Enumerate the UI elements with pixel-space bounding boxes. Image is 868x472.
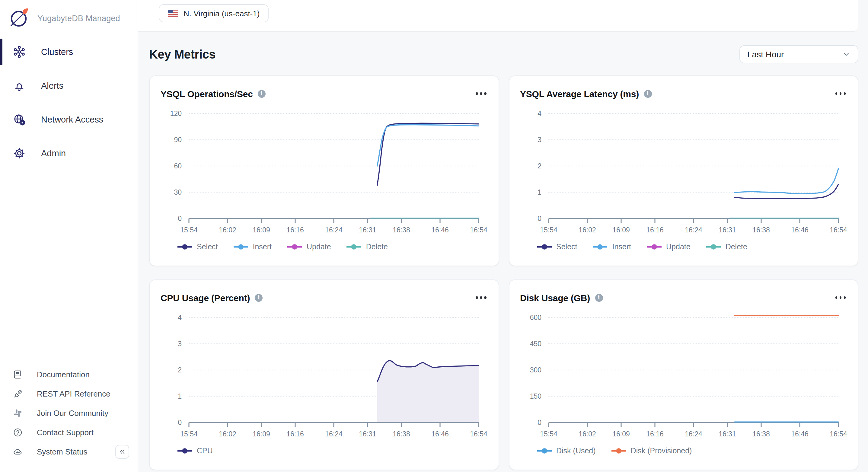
svg-text:4: 4 xyxy=(178,314,182,321)
svg-text:300: 300 xyxy=(530,366,541,374)
svg-text:30: 30 xyxy=(174,188,182,196)
legend-item-select[interactable]: Select xyxy=(537,243,577,251)
chart-plot-cpu-usage[interactable]: 0123415:5416:0216:0916:1616:2416:3116:38… xyxy=(161,309,488,441)
legend-item-insert[interactable]: Insert xyxy=(234,243,272,251)
svg-text:16:09: 16:09 xyxy=(253,430,270,438)
sidebar-item-admin[interactable]: Admin xyxy=(0,140,137,166)
legend-label: Select xyxy=(556,243,577,251)
region-selector[interactable]: N. Virginia (us-east-1) xyxy=(159,4,269,22)
svg-text:16:31: 16:31 xyxy=(718,430,736,438)
sidebar-item-clusters[interactable]: Clusters xyxy=(0,39,137,65)
rest-api-plug-icon xyxy=(13,388,23,399)
svg-text:15:54: 15:54 xyxy=(539,226,557,234)
svg-text:16:24: 16:24 xyxy=(684,430,702,438)
footer-link-contact-support[interactable]: Contact Support xyxy=(0,422,137,442)
legend-item-insert[interactable]: Insert xyxy=(593,243,631,251)
chart-card-disk-usage: Disk Usage (GB)i015030045060015:5416:021… xyxy=(508,279,858,470)
chart-plot-ysql-latency[interactable]: 0123415:5416:0216:0916:1616:2416:3116:38… xyxy=(520,105,848,237)
chart-options-ellipsis-button[interactable] xyxy=(834,89,847,98)
svg-text:16:31: 16:31 xyxy=(359,430,376,438)
footer-link-join-our-community[interactable]: Join Our Community xyxy=(0,403,137,422)
footer-link-label: Contact Support xyxy=(37,428,94,437)
chart-options-ellipsis-button[interactable] xyxy=(474,89,488,98)
svg-text:16:38: 16:38 xyxy=(752,226,770,234)
legend-swatch xyxy=(234,244,248,250)
svg-text:16:16: 16:16 xyxy=(286,430,304,438)
svg-text:16:38: 16:38 xyxy=(393,430,410,438)
info-icon[interactable]: i xyxy=(258,90,266,97)
chart-title-disk-usage: Disk Usage (GB) xyxy=(520,292,590,303)
info-icon[interactable]: i xyxy=(644,90,652,97)
svg-text:15:54: 15:54 xyxy=(180,430,198,438)
sidebar-footer: Documentation REST API Reference xyxy=(0,357,137,472)
svg-text:0: 0 xyxy=(537,215,541,222)
chart-options-ellipsis-button[interactable] xyxy=(474,293,488,303)
legend-item-cpu[interactable]: CPU xyxy=(178,447,213,455)
chart-card-ysql-latency: YSQL Average Latency (ms)i0123415:5416:0… xyxy=(508,75,858,266)
sidebar-item-label: Network Access xyxy=(41,115,103,124)
svg-text:16:54: 16:54 xyxy=(829,226,847,234)
svg-text:16:24: 16:24 xyxy=(325,226,343,234)
sidebar-item-network-access[interactable]: Network Access xyxy=(0,106,137,133)
legend-item-delete[interactable]: Delete xyxy=(706,243,747,251)
brand: YugabyteDB Managed xyxy=(0,0,137,30)
legend-swatch xyxy=(593,244,608,250)
legend-item-delete[interactable]: Delete xyxy=(347,243,388,251)
svg-text:150: 150 xyxy=(530,392,541,400)
svg-text:3: 3 xyxy=(537,136,541,144)
legend-label: Update xyxy=(666,243,690,251)
chevron-down-icon xyxy=(842,50,850,59)
chart-options-ellipsis-button[interactable] xyxy=(834,293,847,303)
charts-grid: YSQL Operations/Seci030609012015:5416:02… xyxy=(149,75,858,470)
legend-item-update[interactable]: Update xyxy=(287,243,331,251)
legend-item-disk-used[interactable]: Disk (Used) xyxy=(537,447,596,455)
svg-text:16:31: 16:31 xyxy=(359,226,376,234)
svg-text:16:54: 16:54 xyxy=(470,430,488,438)
legend-label: Delete xyxy=(725,243,747,251)
legend-swatch xyxy=(287,244,302,250)
chart-plot-disk-usage[interactable]: 015030045060015:5416:0216:0916:1616:2416… xyxy=(520,309,848,441)
time-range-select[interactable]: Last Hour xyxy=(739,45,858,63)
legend-swatch xyxy=(647,244,661,250)
page-title: Key Metrics xyxy=(149,48,216,61)
chart-card-cpu-usage: CPU Usage (Percent)i0123415:5416:0216:09… xyxy=(149,279,499,470)
us-flag-icon xyxy=(168,10,178,17)
system-status-cloud-icon xyxy=(13,446,23,457)
svg-text:16:02: 16:02 xyxy=(578,226,596,234)
chart-plot-ysql-ops[interactable]: 030609012015:5416:0216:0916:1616:2416:31… xyxy=(161,105,488,237)
legend-item-select[interactable]: Select xyxy=(178,243,218,251)
svg-text:16:46: 16:46 xyxy=(791,226,808,234)
footer-link-label: Documentation xyxy=(37,370,90,379)
footer-link-label: System Status xyxy=(37,447,88,456)
footer-link-documentation[interactable]: Documentation xyxy=(0,365,137,384)
legend-swatch xyxy=(612,448,626,454)
time-range-value: Last Hour xyxy=(747,50,784,59)
legend-label: Select xyxy=(197,243,218,251)
footer-link-rest-api-reference[interactable]: REST API Reference xyxy=(0,384,137,403)
svg-text:16:31: 16:31 xyxy=(718,226,736,234)
legend-swatch xyxy=(537,244,551,250)
chevrons-left-icon xyxy=(118,448,126,456)
svg-text:16:24: 16:24 xyxy=(684,226,702,234)
sidebar-item-alerts[interactable]: Alerts xyxy=(0,72,137,99)
svg-text:120: 120 xyxy=(170,109,182,117)
sidebar-collapse-button[interactable] xyxy=(115,445,129,459)
clusters-icon xyxy=(13,45,26,59)
sidebar-divider xyxy=(8,357,129,357)
legend-item-disk-provisioned[interactable]: Disk (Provisioned) xyxy=(612,447,692,455)
svg-text:16:02: 16:02 xyxy=(219,430,236,438)
sidebar-nav: Clusters Alerts xyxy=(0,39,137,166)
chart-legend-disk-usage: Disk (Used)Disk (Provisioned) xyxy=(520,447,847,455)
chart-card-ysql-ops: YSQL Operations/Seci030609012015:5416:02… xyxy=(149,75,499,266)
legend-item-update[interactable]: Update xyxy=(647,243,690,251)
svg-text:16:46: 16:46 xyxy=(431,430,449,438)
svg-text:16:02: 16:02 xyxy=(219,226,236,234)
chart-legend-ysql-ops: SelectInsertUpdateDelete xyxy=(161,243,488,251)
chart-legend-ysql-latency: SelectInsertUpdateDelete xyxy=(520,243,847,251)
sidebar: YugabyteDB Managed Clusters xyxy=(0,0,138,472)
svg-text:90: 90 xyxy=(174,136,182,144)
chart-legend-cpu-usage: CPU xyxy=(161,447,488,455)
info-icon[interactable]: i xyxy=(595,294,603,302)
legend-swatch xyxy=(178,244,192,250)
info-icon[interactable]: i xyxy=(255,294,262,302)
